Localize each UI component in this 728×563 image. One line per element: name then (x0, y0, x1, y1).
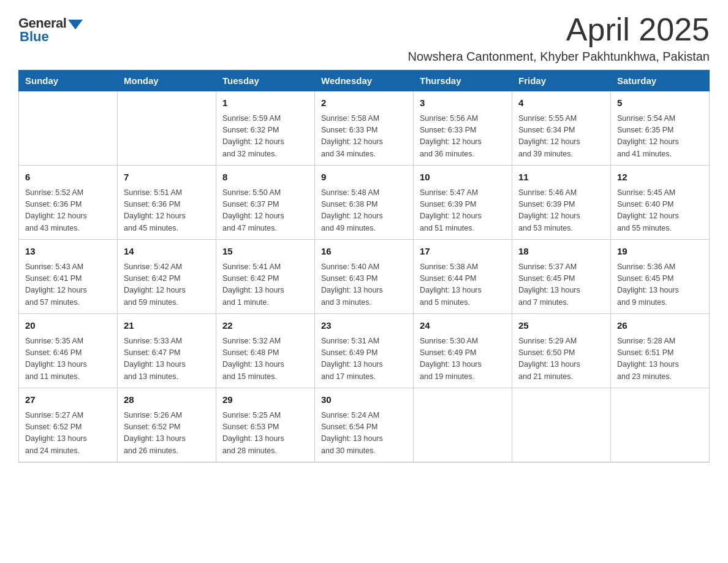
day-info: Sunrise: 5:27 AM Sunset: 6:52 PM Dayligh… (25, 410, 111, 458)
day-number: 5 (617, 96, 703, 110)
day-number: 22 (222, 319, 308, 333)
weekday-header-friday: Friday (512, 71, 611, 91)
calendar-cell: 28Sunrise: 5:26 AM Sunset: 6:52 PM Dayli… (118, 388, 216, 462)
weekday-header-monday: Monday (118, 71, 216, 91)
day-info: Sunrise: 5:43 AM Sunset: 6:41 PM Dayligh… (25, 261, 111, 309)
day-number: 1 (222, 96, 308, 110)
day-number: 13 (25, 245, 111, 259)
day-number: 21 (124, 319, 210, 333)
calendar-cell: 14Sunrise: 5:42 AM Sunset: 6:42 PM Dayli… (118, 240, 216, 314)
day-number: 18 (518, 245, 604, 259)
calendar-cell: 30Sunrise: 5:24 AM Sunset: 6:54 PM Dayli… (315, 388, 414, 462)
calendar-cell: 21Sunrise: 5:33 AM Sunset: 6:47 PM Dayli… (118, 314, 216, 388)
day-number: 14 (124, 245, 210, 259)
day-info: Sunrise: 5:36 AM Sunset: 6:45 PM Dayligh… (617, 261, 703, 309)
day-number: 3 (420, 96, 506, 110)
calendar-cell: 29Sunrise: 5:25 AM Sunset: 6:53 PM Dayli… (216, 388, 315, 462)
logo: General Blue (18, 12, 83, 45)
day-info: Sunrise: 5:26 AM Sunset: 6:52 PM Dayligh… (124, 410, 210, 458)
day-info: Sunrise: 5:24 AM Sunset: 6:54 PM Dayligh… (321, 410, 407, 458)
day-number: 26 (617, 319, 703, 333)
day-info: Sunrise: 5:42 AM Sunset: 6:42 PM Dayligh… (124, 261, 210, 309)
calendar-cell (19, 91, 118, 166)
title-area: April 2025 Nowshera Cantonment, Khyber P… (408, 12, 710, 64)
day-number: 17 (420, 245, 506, 259)
day-number: 23 (321, 319, 407, 333)
weekday-header-tuesday: Tuesday (216, 71, 315, 91)
weekday-header-sunday: Sunday (19, 71, 118, 91)
calendar-cell: 8Sunrise: 5:50 AM Sunset: 6:37 PM Daylig… (216, 166, 315, 240)
calendar-cell: 3Sunrise: 5:56 AM Sunset: 6:33 PM Daylig… (414, 91, 512, 166)
day-info: Sunrise: 5:33 AM Sunset: 6:47 PM Dayligh… (124, 335, 210, 383)
day-number: 24 (420, 319, 506, 333)
day-info: Sunrise: 5:31 AM Sunset: 6:49 PM Dayligh… (321, 335, 407, 383)
day-info: Sunrise: 5:25 AM Sunset: 6:53 PM Dayligh… (222, 410, 308, 458)
day-info: Sunrise: 5:38 AM Sunset: 6:44 PM Dayligh… (420, 261, 506, 309)
day-info: Sunrise: 5:45 AM Sunset: 6:40 PM Dayligh… (617, 187, 703, 235)
day-number: 4 (518, 96, 604, 110)
calendar-week-row: 1Sunrise: 5:59 AM Sunset: 6:32 PM Daylig… (19, 91, 710, 166)
logo-blue-text: Blue (20, 29, 49, 45)
day-info: Sunrise: 5:50 AM Sunset: 6:37 PM Dayligh… (222, 187, 308, 235)
calendar-cell: 20Sunrise: 5:35 AM Sunset: 6:46 PM Dayli… (19, 314, 118, 388)
day-info: Sunrise: 5:59 AM Sunset: 6:32 PM Dayligh… (222, 113, 308, 161)
weekday-header-wednesday: Wednesday (315, 71, 414, 91)
calendar-cell: 2Sunrise: 5:58 AM Sunset: 6:33 PM Daylig… (315, 91, 414, 166)
calendar-cell (611, 388, 710, 462)
calendar-cell: 18Sunrise: 5:37 AM Sunset: 6:45 PM Dayli… (512, 240, 611, 314)
day-info: Sunrise: 5:47 AM Sunset: 6:39 PM Dayligh… (420, 187, 506, 235)
day-info: Sunrise: 5:52 AM Sunset: 6:36 PM Dayligh… (25, 187, 111, 235)
calendar-cell: 22Sunrise: 5:32 AM Sunset: 6:48 PM Dayli… (216, 314, 315, 388)
calendar-cell: 15Sunrise: 5:41 AM Sunset: 6:42 PM Dayli… (216, 240, 315, 314)
calendar-week-row: 6Sunrise: 5:52 AM Sunset: 6:36 PM Daylig… (19, 166, 710, 240)
calendar-cell: 11Sunrise: 5:46 AM Sunset: 6:39 PM Dayli… (512, 166, 611, 240)
calendar-table: SundayMondayTuesdayWednesdayThursdayFrid… (18, 70, 710, 462)
calendar-cell: 16Sunrise: 5:40 AM Sunset: 6:43 PM Dayli… (315, 240, 414, 314)
day-number: 25 (518, 319, 604, 333)
day-info: Sunrise: 5:37 AM Sunset: 6:45 PM Dayligh… (518, 261, 604, 309)
calendar-cell: 4Sunrise: 5:55 AM Sunset: 6:34 PM Daylig… (512, 91, 611, 166)
day-info: Sunrise: 5:29 AM Sunset: 6:50 PM Dayligh… (518, 335, 604, 383)
day-number: 28 (124, 393, 210, 407)
calendar-cell (512, 388, 611, 462)
day-number: 2 (321, 96, 407, 110)
calendar-cell: 7Sunrise: 5:51 AM Sunset: 6:36 PM Daylig… (118, 166, 216, 240)
weekday-header-thursday: Thursday (414, 71, 512, 91)
day-info: Sunrise: 5:46 AM Sunset: 6:39 PM Dayligh… (518, 187, 604, 235)
calendar-cell: 25Sunrise: 5:29 AM Sunset: 6:50 PM Dayli… (512, 314, 611, 388)
day-number: 16 (321, 245, 407, 259)
weekday-header-row: SundayMondayTuesdayWednesdayThursdayFrid… (19, 71, 710, 91)
day-info: Sunrise: 5:32 AM Sunset: 6:48 PM Dayligh… (222, 335, 308, 383)
calendar-cell: 19Sunrise: 5:36 AM Sunset: 6:45 PM Dayli… (611, 240, 710, 314)
day-number: 9 (321, 170, 407, 185)
calendar-cell: 1Sunrise: 5:59 AM Sunset: 6:32 PM Daylig… (216, 91, 315, 166)
day-info: Sunrise: 5:54 AM Sunset: 6:35 PM Dayligh… (617, 113, 703, 161)
calendar-cell: 23Sunrise: 5:31 AM Sunset: 6:49 PM Dayli… (315, 314, 414, 388)
calendar-cell: 13Sunrise: 5:43 AM Sunset: 6:41 PM Dayli… (19, 240, 118, 314)
day-number: 29 (222, 393, 308, 407)
day-number: 8 (222, 170, 308, 185)
logo-arrow-icon (68, 20, 83, 29)
day-number: 6 (25, 170, 111, 185)
calendar-week-row: 27Sunrise: 5:27 AM Sunset: 6:52 PM Dayli… (19, 388, 710, 462)
day-number: 15 (222, 245, 308, 259)
calendar-cell (414, 388, 512, 462)
month-title: April 2025 (408, 12, 710, 47)
day-number: 7 (124, 170, 210, 185)
day-info: Sunrise: 5:30 AM Sunset: 6:49 PM Dayligh… (420, 335, 506, 383)
calendar-cell: 9Sunrise: 5:48 AM Sunset: 6:38 PM Daylig… (315, 166, 414, 240)
calendar-cell (118, 91, 216, 166)
calendar-week-row: 20Sunrise: 5:35 AM Sunset: 6:46 PM Dayli… (19, 314, 710, 388)
page-header: General Blue April 2025 Nowshera Cantonm… (18, 12, 710, 64)
calendar-cell: 12Sunrise: 5:45 AM Sunset: 6:40 PM Dayli… (611, 166, 710, 240)
day-info: Sunrise: 5:48 AM Sunset: 6:38 PM Dayligh… (321, 187, 407, 235)
day-number: 19 (617, 245, 703, 259)
day-info: Sunrise: 5:56 AM Sunset: 6:33 PM Dayligh… (420, 113, 506, 161)
day-number: 27 (25, 393, 111, 407)
day-number: 12 (617, 170, 703, 185)
day-number: 10 (420, 170, 506, 185)
calendar-cell: 17Sunrise: 5:38 AM Sunset: 6:44 PM Dayli… (414, 240, 512, 314)
day-number: 20 (25, 319, 111, 333)
day-info: Sunrise: 5:58 AM Sunset: 6:33 PM Dayligh… (321, 113, 407, 161)
day-info: Sunrise: 5:51 AM Sunset: 6:36 PM Dayligh… (124, 187, 210, 235)
